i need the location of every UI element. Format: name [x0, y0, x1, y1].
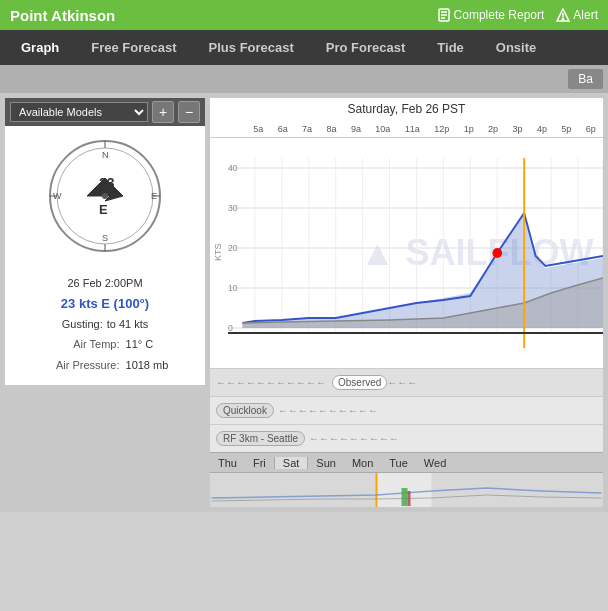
- timeline-mini: [210, 472, 603, 507]
- compass-area: N S W E 23 E: [5, 126, 205, 266]
- day-thu: Thu: [210, 457, 245, 469]
- compass-degrees: 23: [99, 175, 115, 191]
- chart-title: Saturday, Feb 26 PST: [210, 98, 603, 120]
- day-sat: Sat: [274, 457, 309, 469]
- y-axis-label: KTS: [213, 245, 223, 261]
- compass-direction: E: [99, 202, 108, 217]
- pressure-value: 1018 mb: [126, 356, 193, 375]
- chart-area: ▲ SAILFLOW KTS 0 10 20 30 40: [210, 138, 603, 368]
- svg-text:10: 10: [228, 283, 238, 293]
- gust-value: to 41 kts: [107, 315, 149, 334]
- rf3km-arrow-row: RF 3km - Seattle ←←←←←←←←←: [210, 424, 603, 452]
- svg-rect-47: [402, 488, 408, 506]
- nav-bar: Graph Free Forecast Plus Forecast Pro Fo…: [0, 30, 608, 65]
- sub-bar: Ba: [0, 65, 608, 93]
- air-temp-label: Air Temp:: [17, 335, 124, 354]
- main-content: Available Models + − N S W: [0, 93, 608, 512]
- alerts-link[interactable]: Alert: [556, 8, 598, 22]
- info-area: 26 Feb 2:00PM 23 kts E (100°) Gusting: t…: [5, 266, 205, 385]
- observed-arrow-row: ←←←←←←←←←←← Observed ←←←: [210, 368, 603, 396]
- observed-badge: Observed: [332, 375, 387, 390]
- chart-svg: 0 10 20 30 40: [228, 138, 603, 368]
- timeline-svg: [210, 473, 603, 507]
- svg-text:20: 20: [228, 243, 238, 253]
- days-row: Thu Fri Sat Sun Mon Tue Wed: [210, 452, 603, 472]
- gust-label: Gusting:: [62, 315, 103, 334]
- nav-item-free-forecast[interactable]: Free Forecast: [75, 30, 192, 65]
- nav-item-graph[interactable]: Graph: [5, 30, 75, 65]
- day-mon: Mon: [344, 457, 381, 469]
- datetime-label: 26 Feb 2:00PM: [15, 274, 195, 293]
- svg-text:S: S: [102, 233, 108, 243]
- quicklook-arrow-row: Quicklook ←←←←←←←←←←: [210, 396, 603, 424]
- air-temp-value: 11° C: [126, 335, 193, 354]
- svg-point-17: [102, 193, 108, 199]
- site-title: Point Atkinson: [10, 7, 115, 24]
- day-fri: Fri: [245, 457, 274, 469]
- svg-text:40: 40: [228, 163, 238, 173]
- svg-text:E: E: [151, 191, 157, 201]
- weather-info-table: Air Temp: 11° C Air Pressure: 1018 mb: [15, 333, 195, 376]
- day-tue: Tue: [381, 457, 416, 469]
- quicklook-label: Quicklook: [216, 403, 274, 418]
- model-select[interactable]: Available Models: [10, 102, 148, 122]
- svg-point-5: [563, 18, 564, 19]
- svg-point-42: [492, 248, 502, 258]
- svg-text:0: 0: [228, 323, 233, 333]
- day-wed: Wed: [416, 457, 454, 469]
- day-sun: Sun: [308, 457, 344, 469]
- svg-rect-48: [408, 491, 411, 506]
- svg-text:N: N: [102, 150, 109, 160]
- svg-text:30: 30: [228, 203, 238, 213]
- nav-item-plus-forecast[interactable]: Plus Forecast: [193, 30, 310, 65]
- model-remove-button[interactable]: −: [178, 101, 200, 123]
- complete-report-link[interactable]: Complete Report: [437, 8, 545, 22]
- time-axis: 5a6a7a 8a9a10a 11a12p1p 2p3p4p 5p6p: [210, 120, 603, 138]
- gust-row: Gusting: to 41 kts: [15, 315, 195, 334]
- nav-item-pro-forecast[interactable]: Pro Forecast: [310, 30, 421, 65]
- model-selector-bar: Available Models + −: [5, 98, 205, 126]
- wind-label: 23 kts E (100°): [15, 293, 195, 315]
- time-labels: 5a6a7a 8a9a10a 11a12p1p 2p3p4p 5p6p: [246, 124, 603, 134]
- right-panel: Saturday, Feb 26 PST 5a6a7a 8a9a10a 11a1…: [210, 98, 603, 507]
- svg-text:W: W: [53, 191, 62, 201]
- pressure-label: Air Pressure:: [17, 356, 124, 375]
- model-add-button[interactable]: +: [152, 101, 174, 123]
- left-panel: Available Models + − N S W: [5, 98, 205, 507]
- rf3km-label: RF 3km - Seattle: [216, 431, 305, 446]
- alert-icon: [556, 8, 570, 22]
- compass: N S W E 23 E: [45, 136, 165, 256]
- nav-item-onsite[interactable]: Onsite: [480, 30, 552, 65]
- header: Point Atkinson Complete Report Alert: [0, 0, 608, 30]
- header-actions: Complete Report Alert: [437, 8, 598, 22]
- report-icon: [437, 8, 451, 22]
- nav-item-tide[interactable]: Tide: [421, 30, 480, 65]
- back-button[interactable]: Ba: [568, 69, 603, 89]
